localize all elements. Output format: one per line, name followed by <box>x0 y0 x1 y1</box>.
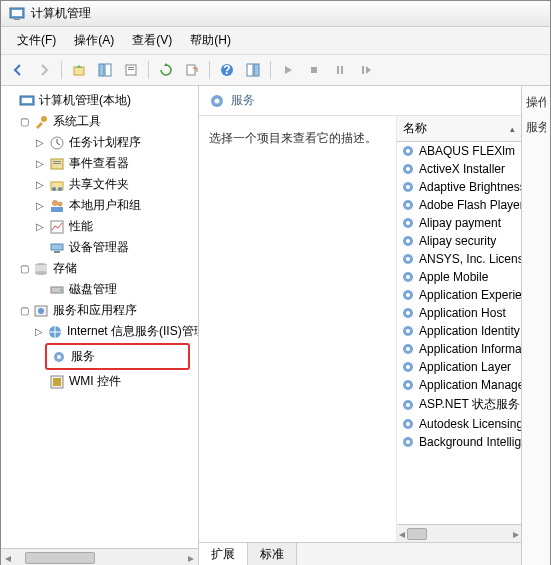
svg-rect-2 <box>14 19 20 20</box>
tree-services-apps[interactable]: ▢ 服务和应用程序 <box>1 300 198 321</box>
service-name: Adaptive Brightness <box>419 180 521 194</box>
service-row[interactable]: ActiveX Installer <box>397 160 521 178</box>
services-apps-icon <box>33 303 49 319</box>
refresh-button[interactable] <box>155 59 177 81</box>
service-row[interactable]: Background Intelligent <box>397 433 521 451</box>
expand-icon[interactable]: ▷ <box>35 200 45 211</box>
separator <box>61 61 62 79</box>
service-name: Application Identity <box>419 324 520 338</box>
service-row[interactable]: Application Host <box>397 304 521 322</box>
collapse-icon[interactable]: ▢ <box>19 116 29 127</box>
tree-wmi[interactable]: WMI 控件 <box>1 371 198 392</box>
tree-iis[interactable]: ▷ Internet 信息服务(IIS)管理器 <box>1 321 198 342</box>
tree-label: 存储 <box>53 260 77 277</box>
clock-icon <box>49 135 65 151</box>
menu-action[interactable]: 操作(A) <box>66 29 122 52</box>
tree-performance[interactable]: ▷ 性能 <box>1 216 198 237</box>
service-row[interactable]: Application Management <box>397 376 521 394</box>
expand-icon[interactable]: ▷ <box>35 158 45 169</box>
list-hscroll[interactable]: ◂ ▸ <box>397 524 521 542</box>
svg-point-63 <box>406 275 410 279</box>
service-row[interactable]: ASP.NET 状态服务 <box>397 394 521 415</box>
tree-label: 服务和应用程序 <box>53 302 137 319</box>
tree-label: 性能 <box>69 218 93 235</box>
menu-view[interactable]: 查看(V) <box>124 29 180 52</box>
event-icon <box>49 156 65 172</box>
tree-hscroll[interactable]: ◂ ▸ <box>1 548 198 565</box>
restart-button[interactable] <box>355 59 377 81</box>
tree-root[interactable]: 计算机管理(本地) <box>1 90 198 111</box>
gear-icon <box>209 93 225 109</box>
menu-help[interactable]: 帮助(H) <box>182 29 239 52</box>
tree-local-users[interactable]: ▷ 本地用户和组 <box>1 195 198 216</box>
svg-point-26 <box>52 187 56 191</box>
play-button[interactable] <box>277 59 299 81</box>
action-pane-button[interactable] <box>242 59 264 81</box>
svg-rect-4 <box>99 64 104 76</box>
description-column: 选择一个项目来查看它的描述。 <box>199 116 396 542</box>
tree-shared-folders[interactable]: ▷ 共享文件夹 <box>1 174 198 195</box>
tree-device-manager[interactable]: 设备管理器 <box>1 237 198 258</box>
service-row[interactable]: Application Identity <box>397 322 521 340</box>
tree-services[interactable]: 服务 <box>49 346 186 367</box>
svg-point-75 <box>406 383 410 387</box>
service-name: Application Layer <box>419 360 511 374</box>
tree-storage[interactable]: ▢ 存储 <box>1 258 198 279</box>
svg-point-51 <box>406 167 410 171</box>
tree-system-tools[interactable]: ▢ 系统工具 <box>1 111 198 132</box>
back-button[interactable] <box>7 59 29 81</box>
menu-file[interactable]: 文件(F) <box>9 29 64 52</box>
service-row[interactable]: Adobe Flash Player <box>397 196 521 214</box>
list-header-name[interactable]: 名称 ▴ <box>397 116 521 142</box>
actions-service[interactable]: 服务 <box>526 115 546 140</box>
titlebar: 计算机管理 <box>1 1 550 27</box>
tree-event-viewer[interactable]: ▷ 事件查看器 <box>1 153 198 174</box>
scroll-left-icon[interactable]: ◂ <box>5 551 11 565</box>
forward-button[interactable] <box>33 59 55 81</box>
collapse-icon[interactable]: ▢ <box>19 263 29 274</box>
up-button[interactable] <box>68 59 90 81</box>
stop-button[interactable] <box>303 59 325 81</box>
service-row[interactable]: Alipay security <box>397 232 521 250</box>
show-hide-tree-button[interactable] <box>94 59 116 81</box>
svg-point-27 <box>58 187 62 191</box>
gear-icon <box>401 324 415 338</box>
properties-button[interactable] <box>120 59 142 81</box>
tab-extended[interactable]: 扩展 <box>198 543 248 565</box>
tabs: 扩展 标准 <box>199 542 521 565</box>
scroll-right-icon[interactable]: ▸ <box>188 551 194 565</box>
service-row[interactable]: ANSYS, Inc. License <box>397 250 521 268</box>
service-row[interactable]: Application Layer <box>397 358 521 376</box>
export-button[interactable] <box>181 59 203 81</box>
expand-icon[interactable]: ▷ <box>35 326 43 337</box>
service-row[interactable]: Alipay payment <box>397 214 521 232</box>
service-list[interactable]: ABAQUS FLEXlmActiveX InstallerAdaptive B… <box>397 142 521 524</box>
scroll-right-icon[interactable]: ▸ <box>513 527 519 541</box>
service-row[interactable]: Application Experience <box>397 286 521 304</box>
description-text: 选择一个项目来查看它的描述。 <box>209 131 377 145</box>
tree-label: 共享文件夹 <box>69 176 129 193</box>
expand-icon[interactable]: ▷ <box>35 137 45 148</box>
collapse-icon[interactable]: ▢ <box>19 305 29 316</box>
expand-icon[interactable]: ▷ <box>35 179 45 190</box>
sort-asc-icon: ▴ <box>510 124 515 134</box>
svg-rect-32 <box>51 244 63 250</box>
service-row[interactable]: Apple Mobile <box>397 268 521 286</box>
service-row[interactable]: Adaptive Brightness <box>397 178 521 196</box>
pause-button[interactable] <box>329 59 351 81</box>
scroll-thumb[interactable] <box>407 528 427 540</box>
svg-rect-14 <box>311 67 317 73</box>
tree-label: 设备管理器 <box>69 239 129 256</box>
service-row[interactable]: ABAQUS FLEXlm <box>397 142 521 160</box>
scroll-left-icon[interactable]: ◂ <box>399 527 405 541</box>
users-icon <box>49 198 65 214</box>
service-row[interactable]: Application Information <box>397 340 521 358</box>
tree-task-scheduler[interactable]: ▷ 任务计划程序 <box>1 132 198 153</box>
tab-standard[interactable]: 标准 <box>247 543 297 565</box>
scroll-thumb[interactable] <box>25 552 95 564</box>
expand-icon[interactable]: ▷ <box>35 221 45 232</box>
tree-disk-management[interactable]: 磁盘管理 <box>1 279 198 300</box>
gear-icon <box>401 216 415 230</box>
service-row[interactable]: Autodesk Licensing <box>397 415 521 433</box>
help-button[interactable]: ? <box>216 59 238 81</box>
